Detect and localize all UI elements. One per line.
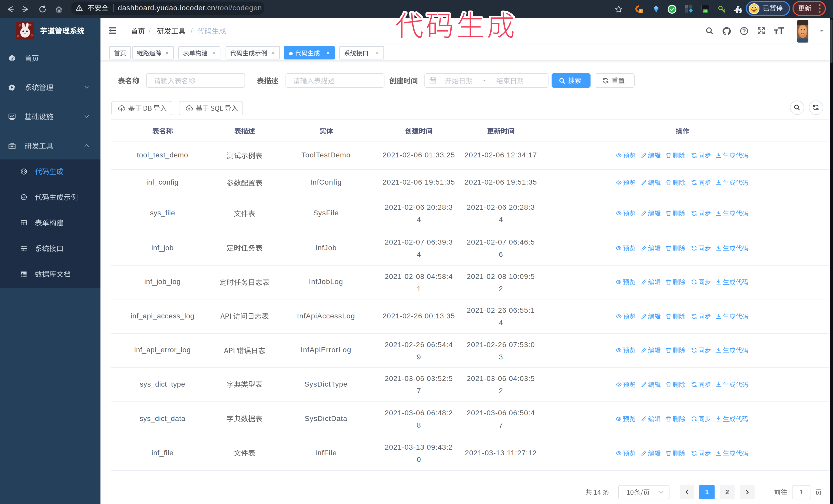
svg-text:1: 1: [640, 9, 642, 13]
svg-text:on: on: [703, 9, 707, 13]
